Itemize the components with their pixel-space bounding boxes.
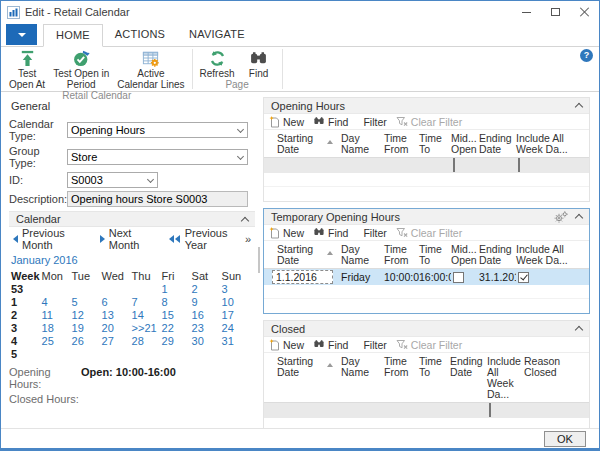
tab-navigate[interactable]: NAVIGATE (177, 24, 257, 46)
day-cell[interactable]: 20 (100, 321, 130, 334)
calendar-section-header[interactable]: Calendar (9, 211, 255, 227)
day-cell[interactable] (220, 347, 250, 360)
customize-gears-icon[interactable] (554, 211, 568, 223)
day-cell[interactable]: 12 (70, 308, 100, 321)
column-day-name[interactable]: Day Name (341, 244, 384, 266)
group-type-select[interactable]: Store (67, 149, 248, 165)
clear-filter-button[interactable]: Clear Filter (396, 227, 462, 239)
include-all-week-days-checkbox[interactable] (518, 272, 529, 283)
day-cell[interactable]: 25 (40, 334, 70, 347)
day-cell[interactable] (100, 282, 130, 295)
day-cell[interactable] (130, 347, 160, 360)
column-time-from[interactable]: Time From (384, 356, 419, 378)
day-cell[interactable] (190, 347, 220, 360)
day-cell[interactable]: 10 (220, 295, 250, 308)
starting-date-cell[interactable]: 1.1.2016 (272, 270, 333, 284)
minimize-button[interactable] (512, 1, 541, 23)
day-cell[interactable]: 8 (160, 295, 190, 308)
day-cell[interactable] (40, 282, 70, 295)
day-cell[interactable] (160, 347, 190, 360)
column-midnight-open[interactable]: Mid... Open (451, 133, 479, 155)
day-cell[interactable]: 3 (220, 282, 250, 295)
time-to-cell[interactable]: 16:00:00 (419, 271, 451, 283)
day-cell[interactable]: 9 (190, 295, 220, 308)
ok-button[interactable]: OK (544, 431, 586, 447)
tab-home[interactable]: HOME (43, 24, 103, 47)
include-all-week-days-checkbox[interactable] (518, 158, 520, 172)
day-cell[interactable]: 4 (40, 295, 70, 308)
column-time-from[interactable]: Time From (384, 244, 419, 266)
day-cell[interactable]: 13 (100, 308, 130, 321)
column-time-to[interactable]: Time To (419, 356, 450, 378)
empty-insert-row[interactable] (264, 403, 589, 418)
day-cell[interactable]: 5 (70, 295, 100, 308)
day-cell[interactable]: 29 (160, 334, 190, 347)
day-cell[interactable] (100, 347, 130, 360)
day-cell[interactable]: 6 (100, 295, 130, 308)
calendar-type-select[interactable]: Opening Hours (67, 122, 248, 138)
column-reason-closed[interactable]: Reason Closed (524, 356, 589, 378)
empty-row[interactable] (264, 285, 589, 299)
midnight-open-checkbox[interactable] (453, 272, 464, 283)
empty-row[interactable] (264, 173, 589, 187)
filter-button[interactable]: Filter (363, 339, 386, 351)
opening-hours-header[interactable]: Opening Hours (264, 98, 589, 114)
day-cell[interactable]: 18 (40, 321, 70, 334)
day-cell[interactable]: 31 (220, 334, 250, 347)
midnight-open-checkbox[interactable] (453, 158, 455, 172)
find-button[interactable]: Find (313, 116, 348, 128)
day-cell[interactable]: 19 (70, 321, 100, 334)
column-starting-date[interactable]: Starting Date (277, 133, 341, 155)
tab-actions[interactable]: ACTIONS (103, 24, 177, 46)
day-cell[interactable]: 22 (160, 321, 190, 334)
temporary-opening-hours-header[interactable]: Temporary Opening Hours (264, 209, 589, 225)
next-month-link[interactable]: Next Month (109, 227, 159, 251)
id-select[interactable]: S0003 (67, 172, 158, 188)
find-button[interactable]: Find (313, 339, 348, 351)
filter-button[interactable]: Filter (363, 116, 386, 128)
column-include-all-week-days[interactable]: Include All Week Da... (516, 244, 589, 266)
column-include-all-week-days[interactable]: Include All Week Da... (487, 356, 524, 400)
pane-splitter[interactable] (255, 92, 263, 428)
refresh-button[interactable]: Refresh (196, 48, 239, 79)
column-day-name[interactable]: Day Name (341, 356, 384, 378)
column-starting-date[interactable]: Starting Date (277, 356, 341, 378)
column-ending-date[interactable]: Ending Date (450, 356, 487, 378)
day-cell[interactable]: 28 (130, 334, 160, 347)
more-options-chevron[interactable]: » (245, 233, 251, 245)
empty-row[interactable] (264, 187, 589, 201)
day-cell[interactable]: 27 (100, 334, 130, 347)
day-cell-selected[interactable]: >>21 (130, 321, 160, 334)
active-calendar-lines-button[interactable]: Active Calendar Lines (113, 48, 188, 90)
column-time-to[interactable]: Time To (419, 244, 451, 266)
new-button[interactable]: New (269, 227, 304, 239)
day-cell[interactable]: 7 (130, 295, 160, 308)
day-cell[interactable] (40, 347, 70, 360)
column-midnight-open[interactable]: Mid... Open (451, 244, 479, 266)
day-cell[interactable]: 30 (190, 334, 220, 347)
filter-button[interactable]: Filter (363, 227, 386, 239)
include-all-week-days-checkbox[interactable] (489, 403, 491, 417)
day-cell[interactable]: 17 (220, 308, 250, 321)
day-cell[interactable] (70, 347, 100, 360)
column-ending-date[interactable]: Ending Date (479, 133, 516, 155)
day-name-cell[interactable]: Friday (341, 271, 384, 283)
find-button[interactable]: Find (239, 48, 279, 79)
help-icon[interactable]: ? (580, 49, 593, 62)
day-cell[interactable]: 11 (40, 308, 70, 321)
column-time-from[interactable]: Time From (384, 133, 419, 155)
column-ending-date[interactable]: Ending Date (479, 244, 516, 266)
previous-month-link[interactable]: Previous Month (22, 227, 90, 251)
previous-year-link[interactable]: Previous Year (185, 227, 245, 251)
clear-filter-button[interactable]: Clear Filter (396, 116, 462, 128)
day-cell[interactable] (130, 282, 160, 295)
application-menu-button[interactable] (6, 24, 37, 45)
column-starting-date[interactable]: Starting Date (277, 244, 341, 266)
empty-row[interactable] (264, 299, 589, 313)
day-cell[interactable]: 23 (190, 321, 220, 334)
test-open-at-button[interactable]: Test Open At (5, 48, 49, 90)
new-button[interactable]: New (269, 116, 304, 128)
day-cell[interactable]: 15 (160, 308, 190, 321)
new-button[interactable]: New (269, 339, 304, 351)
column-day-name[interactable]: Day Name (341, 133, 384, 155)
